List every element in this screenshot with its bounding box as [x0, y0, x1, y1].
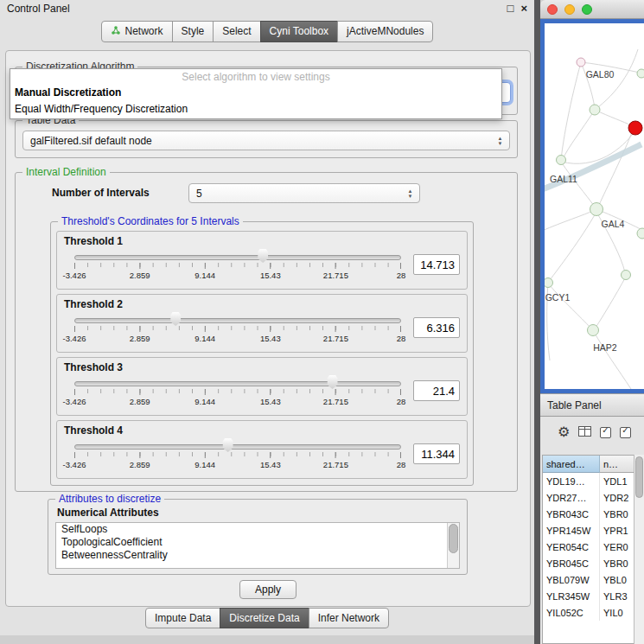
tab-jactivemnodules[interactable]: jActiveMNodules — [337, 21, 433, 42]
table-cell[interactable]: YBR0 — [600, 555, 634, 571]
apply-button[interactable]: Apply — [239, 580, 296, 599]
network-node-labels: GAL80 GAL11 GAL4 GCY1 HAP2 — [545, 69, 625, 353]
select-none-checkbox-icon[interactable]: ✓ — [620, 427, 631, 438]
combobox-stepper-icon[interactable]: ▲ ▼ — [494, 133, 507, 148]
scrollbar-thumb[interactable] — [635, 456, 643, 498]
slider-track[interactable] — [74, 381, 401, 386]
slider-track[interactable] — [74, 444, 401, 450]
selected-network-node[interactable] — [628, 121, 642, 135]
table-cell[interactable]: YPR1 — [600, 522, 634, 539]
network-node[interactable] — [588, 325, 599, 336]
list-item[interactable]: SelfLoops — [56, 523, 459, 536]
minimize-traffic-light[interactable] — [564, 4, 575, 15]
select-all-checkbox-icon[interactable]: ✓ — [600, 427, 611, 438]
window-title: Control Panel — [7, 3, 70, 15]
close-window-icon[interactable]: × — [520, 3, 527, 15]
threshold-value-field[interactable]: 14.713 — [413, 254, 460, 275]
network-canvas[interactable]: GAL80 GAL11 GAL4 GCY1 HAP2 — [545, 23, 644, 389]
network-node[interactable] — [577, 58, 585, 67]
table-cell[interactable]: YPR145W — [543, 522, 600, 539]
gear-icon[interactable]: ⚙ — [558, 425, 570, 439]
threshold-value-field[interactable]: 11.344 — [413, 443, 460, 464]
network-node[interactable] — [637, 228, 644, 239]
slider-thumb[interactable] — [327, 375, 339, 389]
threshold-value-field[interactable]: 6.316 — [413, 317, 460, 338]
table-row: YDL19… YDL1 — [543, 473, 634, 489]
combobox-stepper-icon[interactable]: ▲ ▼ — [404, 186, 417, 201]
number-of-intervals-combobox[interactable]: 5 ▲ ▼ — [188, 183, 420, 203]
table-vertical-scrollbar[interactable] — [634, 455, 644, 644]
column-header-name[interactable]: n… — [600, 456, 634, 473]
tab-cyni-toolbox[interactable]: Cyni Toolbox — [260, 21, 338, 42]
table-cell[interactable]: YIL052C — [543, 604, 600, 621]
group-title: Interval Definition — [22, 166, 110, 178]
top-tab-bar: Network Style Select Cyni Toolbox jActiv… — [0, 17, 534, 45]
table-row: YER054C YER0 — [543, 539, 634, 555]
close-traffic-light[interactable] — [547, 4, 558, 15]
threshold-row: Threshold 4 -3.426 2.859 9.144 — [56, 420, 468, 479]
tab-discretize-data[interactable]: Discretize Data — [220, 608, 309, 628]
slider-tick-labels: -3.426 2.859 9.144 15.43 21.715 28 — [74, 397, 401, 407]
table-cell[interactable]: YDL19… — [543, 473, 600, 489]
threshold-slider[interactable]: -3.426 2.859 9.144 15.43 21.715 28 — [74, 312, 401, 347]
table-panel-header[interactable]: Table Panel — [540, 393, 644, 417]
popup-option-equal-width-frequency[interactable]: Equal Width/Frequency Discretization — [10, 101, 501, 118]
threshold-slider[interactable]: -3.426 2.859 9.144 15.43 21.715 28 — [74, 375, 401, 410]
network-node[interactable] — [622, 271, 631, 280]
tab-label: Impute Data — [155, 612, 211, 624]
table-cell[interactable]: YDL1 — [600, 473, 634, 489]
tick-label: 15.43 — [260, 460, 281, 469]
slider-track[interactable] — [74, 255, 401, 260]
tick-label: 28 — [397, 397, 406, 406]
table-cell[interactable]: YBR045C — [543, 555, 600, 571]
tab-infer-network[interactable]: Infer Network — [309, 608, 389, 628]
table-cell[interactable]: YBL0 — [600, 571, 634, 588]
scrollbar-thumb[interactable] — [449, 524, 458, 553]
table-cell[interactable]: YLR345W — [543, 588, 600, 604]
network-node[interactable] — [590, 105, 600, 115]
tab-label: Select — [222, 25, 251, 37]
slider-thumb[interactable] — [222, 438, 234, 452]
group-title: Threshold's Coordinates for 5 Intervals — [58, 215, 243, 227]
tick-label: 28 — [397, 334, 406, 343]
table-cell[interactable]: YLR3 — [600, 588, 634, 604]
table-cell[interactable]: YER054C — [543, 539, 600, 555]
column-header-shared-name[interactable]: shared… — [543, 456, 600, 473]
threshold-value-field[interactable]: 21.4 — [413, 380, 460, 401]
tick-label: 2.859 — [130, 460, 150, 469]
slider-thumb[interactable] — [257, 249, 269, 263]
zoom-traffic-light[interactable] — [582, 4, 592, 15]
table-cell[interactable]: YDR27… — [543, 489, 600, 506]
table-cell[interactable]: YIL0 — [600, 604, 634, 621]
tab-label: Discretize Data — [229, 612, 299, 624]
network-node[interactable] — [557, 156, 566, 165]
network-edges — [545, 49, 644, 389]
threshold-slider[interactable]: -3.426 2.859 9.144 15.43 21.715 28 — [74, 249, 401, 284]
table-data-combobox[interactable]: galFiltered.sif default node ▲ ▼ — [22, 131, 510, 150]
table-cell[interactable]: YBR0 — [600, 506, 634, 522]
slider-thumb[interactable] — [169, 312, 182, 326]
tab-style[interactable]: Style — [172, 21, 214, 42]
slider-track[interactable] — [74, 318, 401, 323]
check-icon: ✓ — [622, 425, 628, 435]
network-view-window: GAL80 GAL11 GAL4 GCY1 HAP2 — [540, 0, 644, 393]
tick-label: 2.859 — [130, 334, 150, 343]
threshold-slider[interactable]: -3.426 2.859 9.144 15.43 21.715 28 — [74, 438, 401, 473]
table-row: YDR27… YDR2 — [543, 489, 634, 506]
tab-select[interactable]: Select — [213, 21, 260, 42]
network-node[interactable] — [590, 203, 603, 216]
table-cell[interactable]: YDR2 — [600, 489, 634, 506]
table-cell[interactable]: YBR043C — [543, 506, 600, 522]
tab-impute-data[interactable]: Impute Data — [145, 608, 220, 628]
table-cell[interactable]: YBL079W — [543, 571, 600, 588]
network-node[interactable] — [637, 69, 644, 78]
popup-option-manual-discretization[interactable]: Manual Discretization — [10, 85, 501, 101]
network-node[interactable] — [545, 278, 553, 288]
tab-network[interactable]: Network — [101, 21, 173, 42]
list-item[interactable]: BetweennessCentrality — [56, 549, 459, 562]
float-window-icon[interactable]: □ — [507, 3, 514, 15]
list-scrollbar[interactable] — [447, 523, 459, 568]
table-cell[interactable]: YER0 — [600, 539, 634, 555]
columns-icon[interactable] — [578, 424, 591, 440]
list-item[interactable]: TopologicalCoefficient — [56, 536, 459, 549]
